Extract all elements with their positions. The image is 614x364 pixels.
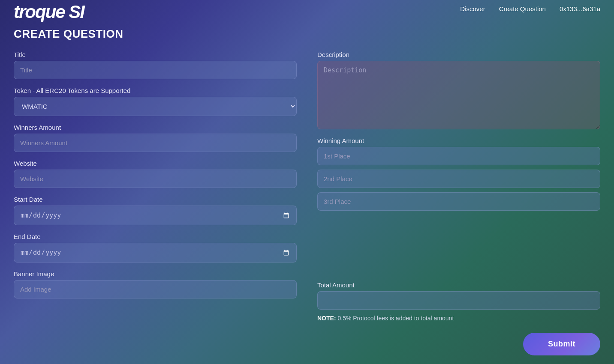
first-place-input[interactable] [317, 147, 600, 165]
winning-amount-group: Winning Amount [317, 137, 600, 215]
website-input[interactable] [14, 170, 297, 188]
banner-image-label: Banner Image [14, 270, 297, 277]
note-bold: NOTE: [317, 315, 336, 322]
right-column: Description Winning Amount Total Amount … [317, 51, 600, 355]
second-place-input[interactable] [317, 170, 600, 188]
website-field-group: Website [14, 160, 297, 188]
description-input[interactable] [317, 61, 600, 129]
end-date-label: End Date [14, 233, 297, 240]
total-amount-label: Total Amount [317, 281, 600, 289]
banner-image-input[interactable] [14, 280, 297, 298]
form-container: CREATE QUESTION Title Token - All ERC20 … [14, 9, 600, 355]
title-input[interactable] [14, 61, 297, 79]
winners-amount-field-group: Winners Amount [14, 124, 297, 152]
note-text: NOTE: 0.5% Protocol fees is added to tot… [317, 315, 600, 322]
banner-image-field-group: Banner Image [14, 270, 297, 298]
title-label: Title [14, 51, 297, 58]
third-place-input[interactable] [317, 192, 600, 211]
winning-amount-label: Winning Amount [317, 137, 600, 144]
note-detail: 0.5% Protocol fees is added to total amo… [337, 315, 454, 322]
submit-button[interactable]: Submit [523, 333, 600, 355]
end-date-field-group: End Date [14, 233, 297, 263]
page-title: CREATE QUESTION [14, 27, 600, 41]
start-date-input[interactable] [14, 206, 297, 225]
winning-fields-wrapper [317, 147, 600, 215]
end-date-input[interactable] [14, 243, 297, 263]
winners-amount-input[interactable] [14, 134, 297, 152]
description-label: Description [317, 51, 600, 58]
website-label: Website [14, 160, 297, 167]
start-date-field-group: Start Date [14, 196, 297, 225]
description-field-group: Description [317, 51, 600, 129]
left-column: Title Token - All ERC20 Tokens are Suppo… [14, 51, 297, 355]
total-amount-field-group: Total Amount 0 [317, 281, 600, 310]
start-date-label: Start Date [14, 196, 297, 203]
token-field-group: Token - All ERC20 Tokens are Supported W… [14, 87, 297, 116]
total-amount-input[interactable]: 0 [317, 291, 600, 310]
title-field-group: Title [14, 51, 297, 79]
winners-amount-label: Winners Amount [14, 124, 297, 131]
columns: Title Token - All ERC20 Tokens are Suppo… [14, 51, 600, 355]
right-bottom: Total Amount 0 NOTE: 0.5% Protocol fees … [317, 281, 600, 355]
token-select[interactable]: WMATIC USDC USDT DAI [14, 97, 297, 116]
token-label: Token - All ERC20 Tokens are Supported [14, 87, 297, 94]
